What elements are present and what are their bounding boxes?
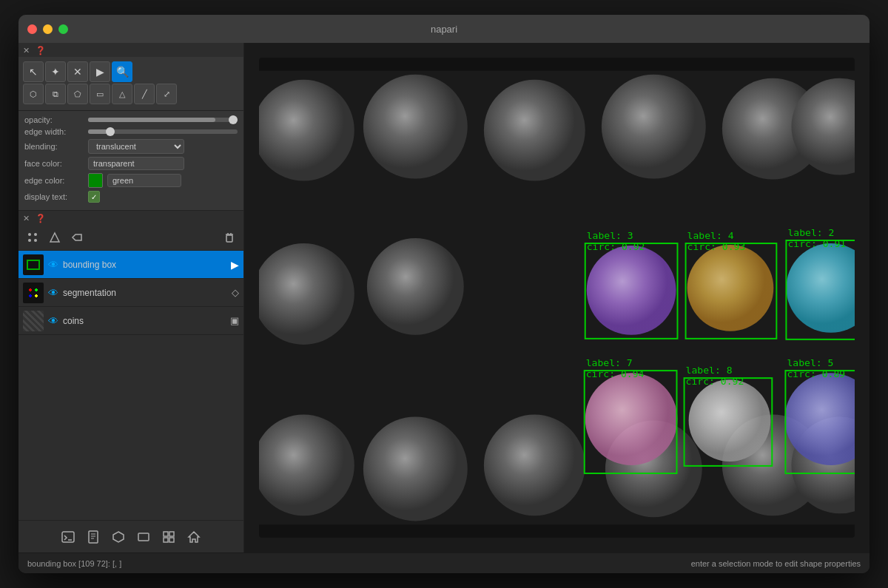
titlebar: napari xyxy=(18,15,870,43)
blending-select[interactable]: translucent additive opaque xyxy=(88,139,184,154)
edge-color-swatch[interactable] xyxy=(88,173,103,188)
duplicate-tool[interactable]: ⧉ xyxy=(45,84,66,104)
multi-path-tool[interactable]: ⤢ xyxy=(156,84,177,104)
opacity-slider-container xyxy=(88,118,238,122)
toolbar-section-header: ✕ ❓ xyxy=(18,43,243,57)
layers-close-btn[interactable]: ✕ xyxy=(21,214,31,223)
svg-text:label: 4: label: 4 xyxy=(687,230,734,241)
triangle-tool[interactable]: △ xyxy=(112,84,132,104)
coins-visibility-icon[interactable]: 👁 xyxy=(48,315,58,327)
face-color-value[interactable]: transparent xyxy=(88,157,184,170)
svg-text:label: 8: label: 8 xyxy=(686,365,733,376)
grid-view-btn[interactable] xyxy=(158,526,180,548)
edge-color-label: edge color: xyxy=(24,176,84,185)
select-back-tool[interactable]: ↖ xyxy=(23,61,44,82)
bounding-box-visibility-icon[interactable]: 👁 xyxy=(48,259,58,271)
layers-toolbar xyxy=(18,225,243,251)
add-points-layer-btn[interactable] xyxy=(23,228,42,247)
close-button[interactable] xyxy=(27,24,37,34)
terminal-btn[interactable] xyxy=(57,526,79,548)
bounding-box-thumb-inner xyxy=(27,260,40,270)
svg-text:circ: 0.92: circ: 0.92 xyxy=(686,376,744,387)
add-point-tool[interactable]: ✦ xyxy=(45,61,66,82)
svg-point-37 xyxy=(587,246,676,335)
svg-rect-17 xyxy=(164,532,168,536)
rect-tool[interactable]: ▭ xyxy=(90,84,110,104)
home-btn[interactable] xyxy=(183,526,205,548)
bounding-box-thumbnail xyxy=(23,254,44,275)
status-right: enter a selection mode to edit shape pro… xyxy=(691,559,861,568)
svg-text:label: 3: label: 3 xyxy=(587,230,633,241)
svg-point-25 xyxy=(484,80,585,181)
status-left: bounding box [109 72]: [, ] xyxy=(27,559,121,568)
add-labels-layer-btn[interactable] xyxy=(67,228,87,247)
svg-point-26 xyxy=(602,75,706,179)
blending-row: blending: translucent additive opaque xyxy=(24,139,238,154)
edge-color-row: edge color: green xyxy=(24,173,238,188)
svg-point-38 xyxy=(687,245,774,331)
layers-help-btn[interactable]: ❓ xyxy=(34,214,47,223)
window-title: napari xyxy=(431,24,457,35)
svg-point-2 xyxy=(28,239,31,242)
add-shapes-layer-btn[interactable] xyxy=(45,228,64,247)
opacity-slider[interactable] xyxy=(88,118,238,122)
delete-shape-tool[interactable]: ✕ xyxy=(67,61,88,82)
svg-text:label: 7: label: 7 xyxy=(586,357,633,368)
zoom-tool[interactable]: 🔍 xyxy=(112,61,132,82)
opacity-row: opacity: xyxy=(24,115,238,124)
main-content: ✕ ❓ ↖ ✦ ✕ ▶ 🔍 ⬡ ⧉ ⬠ ▭ △ ╱ xyxy=(18,43,870,552)
3d-view-btn[interactable] xyxy=(107,526,130,548)
segmentation-type-icon: ◇ xyxy=(232,287,239,298)
svg-text:circ: 0.93: circ: 0.93 xyxy=(687,241,746,252)
edge-width-slider[interactable] xyxy=(88,129,238,134)
tool-row-2: ⬡ ⧉ ⬠ ▭ △ ╱ ⤢ xyxy=(23,84,239,104)
svg-point-33 xyxy=(484,414,585,516)
svg-text:label: 2: label: 2 xyxy=(787,227,834,238)
edge-color-value[interactable]: green xyxy=(107,174,181,187)
svg-text:circ: 0.89: circ: 0.89 xyxy=(787,368,845,379)
display-text-checkbox[interactable]: ✓ xyxy=(88,191,100,203)
tools-panel: ↖ ✦ ✕ ▶ 🔍 ⬡ ⧉ ⬠ ▭ △ ╱ ⤢ xyxy=(18,57,243,111)
notebook-btn[interactable] xyxy=(82,526,104,548)
layer-item-segmentation[interactable]: 👁 segmentation ◇ xyxy=(18,279,243,307)
layer-item-bounding-box[interactable]: 👁 bounding box ▶ xyxy=(18,251,243,279)
delete-layer-btn[interactable] xyxy=(220,228,239,247)
opacity-handle[interactable] xyxy=(229,115,238,124)
svg-point-3 xyxy=(34,239,37,242)
layer-item-coins[interactable]: 👁 coins ▣ xyxy=(18,307,243,335)
bounding-box-layer-name: bounding box xyxy=(63,260,226,270)
segmentation-visibility-icon[interactable]: 👁 xyxy=(48,287,58,299)
svg-point-41 xyxy=(585,373,678,465)
move-tool[interactable]: ▶ xyxy=(90,61,110,82)
2d-view-btn[interactable] xyxy=(132,526,155,548)
svg-point-1 xyxy=(34,233,37,236)
svg-point-30 xyxy=(367,238,464,335)
toolbar-collapse-btn[interactable]: ❓ xyxy=(34,46,47,55)
layers-panel: 👁 bounding box ▶ 👁 segmentation ◇ 👁 xyxy=(18,225,243,520)
bounding-box-active-icon: ▶ xyxy=(231,259,239,271)
polygon-tool[interactable]: ⬠ xyxy=(67,84,88,104)
blending-label: blending: xyxy=(24,142,84,151)
svg-marker-21 xyxy=(189,532,199,542)
status-bar: bounding box [109 72]: [, ] enter a sele… xyxy=(18,552,870,573)
svg-text:label: 5: label: 5 xyxy=(787,357,833,368)
edge-width-row: edge width: xyxy=(24,127,238,136)
sidebar: ✕ ❓ ↖ ✦ ✕ ▶ 🔍 ⬡ ⧉ ⬠ ▭ △ ╱ xyxy=(18,43,244,552)
display-text-label: display text: xyxy=(24,192,84,201)
segmentation-layer-name: segmentation xyxy=(63,288,227,298)
line-tool[interactable]: ╱ xyxy=(134,84,155,104)
minimize-button[interactable] xyxy=(43,24,53,34)
face-color-row: face color: transparent xyxy=(24,157,238,170)
svg-marker-4 xyxy=(50,233,59,242)
toolbar-close-btn[interactable]: ✕ xyxy=(21,46,31,55)
svg-point-42 xyxy=(689,379,771,462)
canvas[interactable]: label: 3 circ: 0.92 label: 4 circ: 0.93 … xyxy=(259,58,855,538)
maximize-button[interactable] xyxy=(58,24,68,34)
vertex-edit-tool[interactable]: ⬡ xyxy=(23,84,44,104)
edge-handle[interactable] xyxy=(106,127,115,136)
display-text-row: display text: ✓ xyxy=(24,191,238,203)
edge-width-label: edge width: xyxy=(24,127,84,136)
svg-rect-18 xyxy=(169,532,174,536)
svg-rect-11 xyxy=(89,531,98,543)
app-window: napari ✕ ❓ ↖ ✦ ✕ ▶ 🔍 ⬡ ⧉ xyxy=(18,15,870,573)
